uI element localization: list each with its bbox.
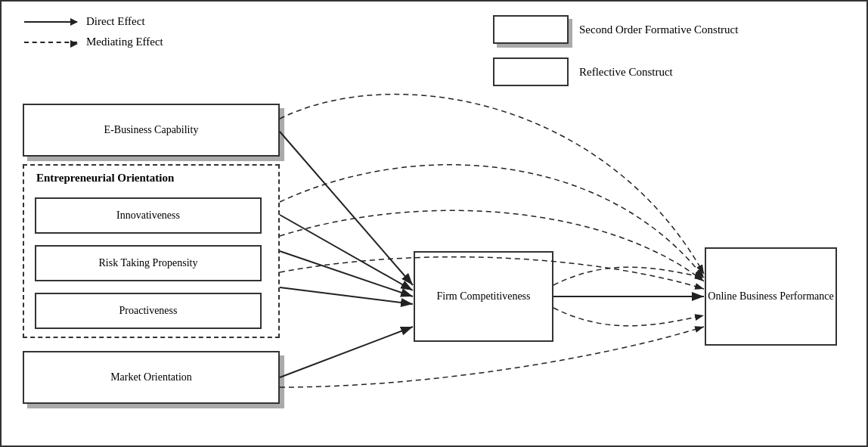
online-business-node: Online Business Performance xyxy=(705,247,837,346)
proactiveness-node: Proactiveness xyxy=(35,293,262,329)
direct-effect-label: Direct Effect xyxy=(86,15,145,28)
legend-reflective-item: Reflective Construct xyxy=(493,57,738,86)
ebusiness-capability-node: E-Business Capability xyxy=(23,104,280,157)
formative-box-icon xyxy=(493,15,569,44)
proactiveness-label: Proactiveness xyxy=(119,305,178,317)
reflective-label: Reflective Construct xyxy=(579,66,673,79)
legend-direct: Direct Effect xyxy=(24,15,163,28)
online-business-label: Online Business Performance xyxy=(708,290,833,303)
risk-taking-node: Risk Taking Propensity xyxy=(35,245,262,281)
legend-right: Second Order Formative Construct Reflect… xyxy=(493,15,738,86)
reflective-box-icon xyxy=(493,57,569,86)
svg-line-2 xyxy=(280,132,413,285)
mediating-effect-line xyxy=(24,42,77,43)
svg-line-5 xyxy=(280,287,413,304)
innovativeness-node: Innovativeness xyxy=(35,197,262,234)
ebusiness-label: E-Business Capability xyxy=(104,124,199,136)
formative-label: Second Order Formative Construct xyxy=(579,23,738,36)
innovativeness-label: Innovativeness xyxy=(116,210,180,222)
legend-mediating: Mediating Effect xyxy=(24,36,163,48)
diagram-container: Direct Effect Mediating Effect Second Or… xyxy=(0,0,868,447)
eo-container: Entrepreneurial Orientation Innovativene… xyxy=(23,164,280,338)
legend-formative-item: Second Order Formative Construct xyxy=(493,15,738,44)
eo-title: Entrepreneurial Orientation xyxy=(36,172,174,185)
legend: Direct Effect Mediating Effect xyxy=(24,15,163,48)
svg-line-6 xyxy=(280,327,413,377)
svg-line-4 xyxy=(280,251,413,296)
firm-competitiveness-node: Firm Competitiveness xyxy=(414,251,553,342)
risk-taking-label: Risk Taking Propensity xyxy=(99,257,198,269)
svg-line-3 xyxy=(280,215,413,290)
mediating-effect-label: Mediating Effect xyxy=(86,36,163,48)
firm-competitiveness-label: Firm Competitiveness xyxy=(436,290,530,303)
market-orientation-node: Market Orientation xyxy=(23,351,280,404)
market-orientation-label: Market Orientation xyxy=(110,371,192,383)
direct-effect-line xyxy=(24,21,77,23)
